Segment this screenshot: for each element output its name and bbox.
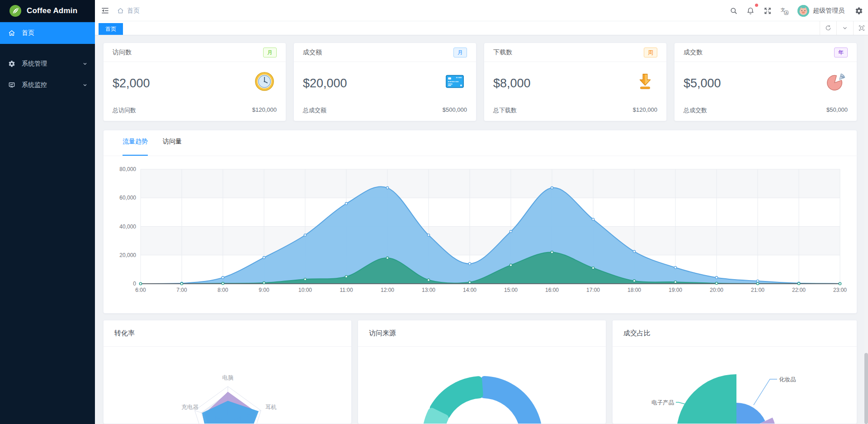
svg-text:A: A xyxy=(785,11,788,15)
x-axis-label: 8:00 xyxy=(217,287,228,293)
x-axis-label: 15:00 xyxy=(504,287,518,293)
trend-chart-card: 流量趋势 访问量 020,00040,00060,00080,0006:007:… xyxy=(103,130,857,314)
conversion-rate-card: 电脑耳机充电器 转化率 xyxy=(103,320,352,424)
sidebar-item-home[interactable]: 首页 xyxy=(0,22,95,44)
app-window: Coffee Admin 首页 系统管理 系统监控 xyxy=(0,0,868,424)
stat-title: 下载数 xyxy=(493,48,644,57)
period-badge: 年 xyxy=(834,48,848,57)
settings-button[interactable] xyxy=(852,0,866,21)
stat-footer-value: $50,000 xyxy=(826,106,848,114)
stat-card-turnover: 成交额 月 $20,000 总成交额 $500,000 xyxy=(293,43,476,121)
gear-icon xyxy=(8,60,15,67)
traffic-trend-area-chart: 020,00040,00060,00080,0006:007:008:009:0… xyxy=(104,130,858,314)
breadcrumb-home-link[interactable]: 首页 xyxy=(127,7,140,15)
stat-footer-label: 总下载数 xyxy=(493,106,633,114)
x-axis-label: 11:00 xyxy=(340,287,353,293)
x-axis-label: 22:00 xyxy=(792,287,806,293)
app-title: Coffee Admin xyxy=(27,6,77,15)
stat-footer-label: 总成交额 xyxy=(303,106,443,114)
y-axis-label: 0 xyxy=(133,281,136,287)
x-axis-label: 9:00 xyxy=(259,287,269,293)
sidebar-item-label: 系统管理 xyxy=(22,60,82,68)
main-content: 访问数 月 $2,000 总访问数 $120,000 成交额 月 $20,000 xyxy=(95,35,868,424)
chevron-down-icon xyxy=(842,25,848,31)
notifications-button[interactable] xyxy=(743,0,758,21)
chevron-down-icon xyxy=(82,61,88,67)
maximize-content-button[interactable] xyxy=(853,21,868,35)
trend-tabs: 流量趋势 访问量 xyxy=(123,138,182,156)
avatar-pig-image xyxy=(797,5,809,17)
stat-value: $2,000 xyxy=(113,76,150,91)
notification-badge-dot xyxy=(755,4,758,7)
clock-icon xyxy=(254,71,275,92)
home-icon xyxy=(8,29,15,37)
y-axis-label: 80,000 xyxy=(119,166,136,172)
chevron-down-icon xyxy=(82,82,88,88)
stat-card-deals: 成交数 年 $5,000 % 总成交数 $50,000 xyxy=(674,43,857,121)
indent-collapse-icon xyxy=(101,6,109,15)
period-badge: 周 xyxy=(644,48,657,57)
refresh-icon xyxy=(825,24,832,32)
x-axis-label: 7:00 xyxy=(176,287,187,293)
scrollbar-thumb[interactable] xyxy=(864,353,868,424)
stat-title: 成交数 xyxy=(684,48,834,57)
stat-card-visits: 访问数 月 $2,000 总访问数 $120,000 xyxy=(103,43,286,121)
tab-visits[interactable]: 访问量 xyxy=(163,138,182,156)
y-axis-label: 20,000 xyxy=(119,252,136,258)
sidebar: Coffee Admin 首页 系统管理 系统监控 xyxy=(0,0,95,424)
x-axis-label: 20:00 xyxy=(710,287,723,293)
stat-footer-value: $120,000 xyxy=(252,106,277,114)
gear-icon xyxy=(855,7,863,15)
deal-share-card: 化妆品电子产品 成交占比 xyxy=(612,320,857,424)
fullscreen-button[interactable] xyxy=(760,0,775,21)
period-badge: 月 xyxy=(453,48,467,57)
x-axis-label: 17:00 xyxy=(586,287,600,293)
x-axis-label: 21:00 xyxy=(751,287,764,293)
stat-footer-value: $120,000 xyxy=(633,106,657,114)
pie-icon: % xyxy=(825,71,846,92)
x-axis-label: 23:00 xyxy=(833,287,847,293)
x-axis-label: 14:00 xyxy=(463,287,476,293)
sidebar-collapse-button[interactable] xyxy=(98,0,112,21)
sidebar-item-system-monitor[interactable]: 系统监控 xyxy=(0,74,95,96)
home-icon xyxy=(117,7,124,14)
stat-title: 成交额 xyxy=(303,48,453,57)
breadcrumb: 首页 xyxy=(117,0,140,21)
x-axis-label: 10:00 xyxy=(298,287,312,293)
x-axis-label: 19:00 xyxy=(669,287,682,293)
refresh-tab-button[interactable] xyxy=(820,21,836,35)
user-menu[interactable]: 超级管理员 xyxy=(813,0,844,21)
bell-icon xyxy=(746,7,755,15)
y-axis-label: 40,000 xyxy=(119,224,136,230)
svg-text:%: % xyxy=(841,75,844,79)
download-icon xyxy=(635,71,656,92)
stat-value: $5,000 xyxy=(684,76,721,91)
fullscreen-expand-icon xyxy=(764,7,772,15)
x-axis-label: 16:00 xyxy=(545,287,559,293)
x-axis-label: 12:00 xyxy=(381,287,394,293)
x-axis-label: 13:00 xyxy=(422,287,435,293)
stat-footer-label: 总访问数 xyxy=(113,106,252,114)
tab-options-dropdown-button[interactable] xyxy=(836,21,853,35)
sidebar-item-system-management[interactable]: 系统管理 xyxy=(0,53,95,75)
stat-value: $20,000 xyxy=(303,76,347,91)
top-navbar: 首页 文 A xyxy=(95,0,868,21)
tab-traffic-trend[interactable]: 流量趋势 xyxy=(123,138,148,156)
radar-axis-label: 充电器 xyxy=(182,404,199,410)
radar-axis-label: 耳机 xyxy=(265,404,277,410)
pie-slice-label: 化妆品 xyxy=(779,376,796,383)
logo-link[interactable]: Coffee Admin xyxy=(0,0,95,21)
tab-home[interactable]: 首页 xyxy=(99,23,123,35)
sidebar-item-label: 首页 xyxy=(22,29,88,37)
user-avatar[interactable] xyxy=(797,5,809,17)
search-button[interactable] xyxy=(726,0,741,21)
stat-footer-label: 总成交数 xyxy=(684,106,826,114)
radar-axis-label: 电脑 xyxy=(222,375,234,381)
stat-footer-value: $500,000 xyxy=(443,106,467,114)
maximize-icon xyxy=(858,24,865,32)
card-title: 访问来源 xyxy=(358,320,606,347)
language-switch-button[interactable]: 文 A xyxy=(777,0,792,21)
stat-title: 访问数 xyxy=(113,48,263,57)
y-axis-label: 60,000 xyxy=(119,195,136,201)
translate-icon: 文 A xyxy=(780,6,789,15)
